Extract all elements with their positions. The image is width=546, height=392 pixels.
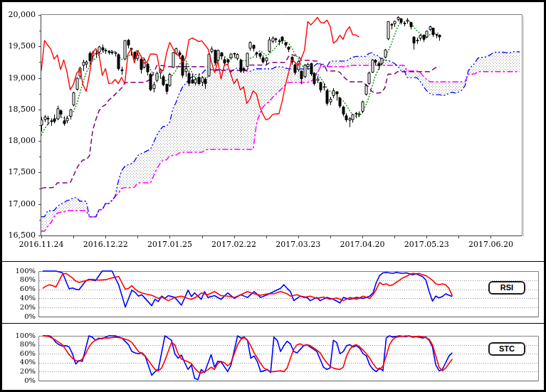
rsi-panel: RSI xyxy=(2,262,544,324)
rsi-chart-canvas xyxy=(2,262,544,323)
main-chart-canvas xyxy=(2,2,544,261)
rsi-label-badge: RSI xyxy=(488,281,525,295)
main-price-panel xyxy=(2,2,544,262)
stc-chart-canvas xyxy=(2,324,544,390)
stc-panel: STC xyxy=(2,324,544,390)
ichimoku-chart-frame: RSI STC xyxy=(0,0,546,392)
stc-label-badge: STC xyxy=(488,342,525,356)
